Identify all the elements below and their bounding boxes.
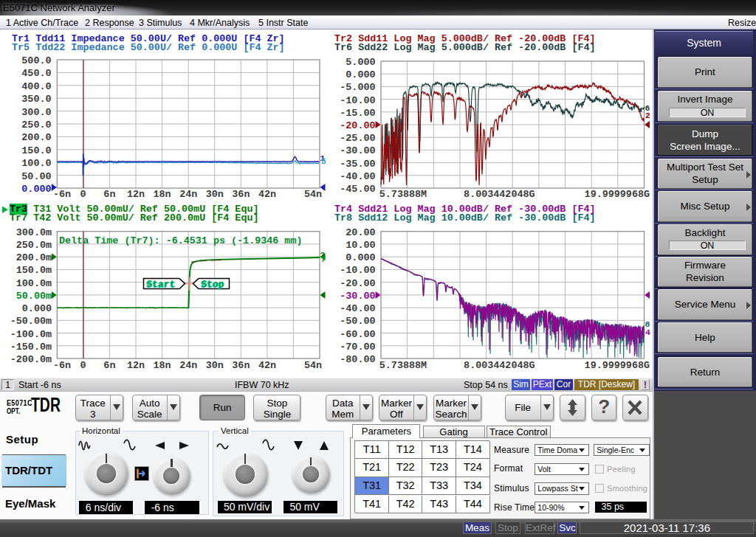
- svg-text:Start: Start: [147, 279, 176, 290]
- svg-text:2: 2: [645, 111, 650, 120]
- svg-text:4: 4: [645, 328, 650, 337]
- svg-text:Stop: Stop: [202, 279, 224, 290]
